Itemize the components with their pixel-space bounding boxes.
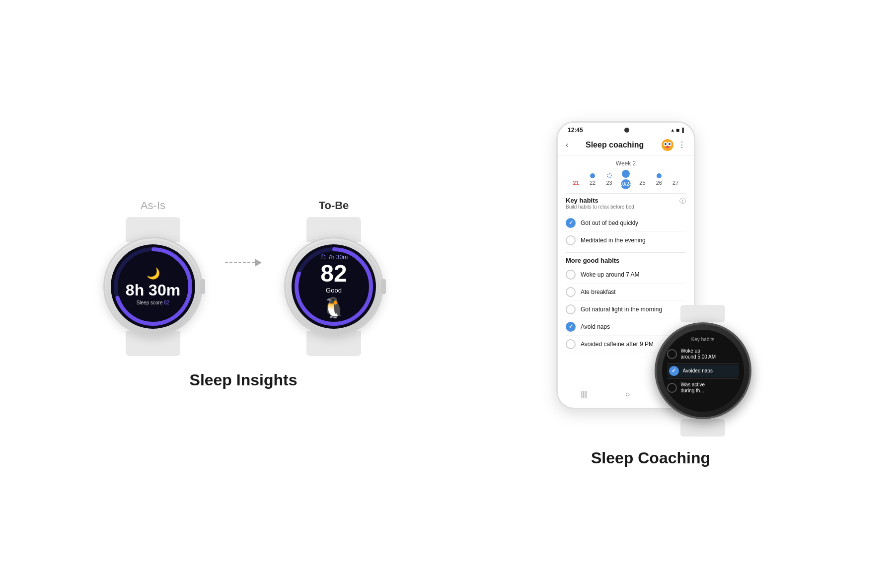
- more-habit-check-1: [566, 270, 576, 280]
- more-habit-text-2: Ate breakfast: [581, 289, 616, 295]
- phone-camera: [624, 128, 629, 133]
- swatch-divider-2: [667, 378, 739, 379]
- nav-menu-icon[interactable]: |||: [581, 390, 587, 399]
- phone-header: ‹ Sleep coaching ⋮: [558, 136, 694, 156]
- header-right: ⋮: [661, 139, 686, 151]
- owl-icon: [661, 139, 674, 151]
- asis-watch-wrapper: As-Is 🌙: [96, 199, 210, 351]
- cal-num-27: 27: [672, 180, 678, 186]
- svg-point-7: [665, 143, 667, 145]
- swatch-check-3: [667, 383, 677, 393]
- phone-status-icons: ▲ ◼ ▐: [670, 128, 684, 133]
- tobe-watch-screen: ⏱ 7h 30m 82 Good 🐧: [292, 244, 376, 329]
- cal-dot-25: [640, 173, 645, 178]
- cal-dot-27: [673, 173, 678, 178]
- swatch-item-2[interactable]: Avoided naps: [667, 365, 739, 377]
- tobe-watch-case: ⏱ 7h 30m 82 Good 🐧: [284, 237, 383, 336]
- phone-status-bar: 12:45 ▲ ◼ ▐: [558, 123, 694, 136]
- tobe-label: To-Be: [319, 199, 349, 212]
- dashed-arrow: [225, 259, 262, 267]
- more-habits-title: More good habits: [566, 257, 686, 264]
- swatch-item-1[interactable]: Woke uparound 5:00 AM: [667, 346, 739, 362]
- svg-point-4: [662, 139, 673, 151]
- h-unit: h: [135, 281, 145, 299]
- swatch-strap-top: [680, 305, 725, 322]
- cal-num-22: 22: [590, 180, 596, 186]
- habit-text-2: Meditated in the evening: [581, 237, 646, 244]
- cal-dot-1024: [622, 170, 630, 178]
- asis-watch-content: 🌙 8h 30m Sleep score 82: [126, 267, 180, 305]
- swatch-strap-bottom: [680, 419, 725, 437]
- section-divider-1: [566, 193, 686, 194]
- more-habit-check-2: [566, 287, 576, 297]
- habit-item-1[interactable]: Got out of bed quickly: [566, 215, 686, 232]
- habit-check-2: [566, 235, 576, 245]
- dashed-line: [225, 262, 255, 263]
- svg-point-9: [666, 146, 670, 148]
- m-unit: m: [166, 281, 180, 299]
- more-habit-text-1: Woke up around 7 AM: [581, 271, 640, 278]
- arrow-head: [255, 259, 262, 267]
- arrow-container: [225, 259, 262, 292]
- more-habit-check-4: [566, 322, 576, 332]
- swatch-screen: Key habits Woke uparound 5:00 AM Avoided…: [662, 330, 744, 412]
- cal-num-21: 21: [573, 180, 579, 186]
- cal-day-27[interactable]: 27: [668, 173, 684, 186]
- smartwatch-overlay: Key habits Woke uparound 5:00 AM Avoided…: [651, 305, 755, 409]
- phone-header-title: Sleep coaching: [586, 141, 644, 149]
- phone-time: 12:45: [568, 127, 583, 134]
- week-label: Week 2: [566, 156, 686, 170]
- cal-day-22[interactable]: 22: [584, 173, 600, 186]
- tobe-duration: ⏱ 7h 30m: [320, 253, 348, 261]
- penguin-icon: 🐧: [321, 296, 346, 319]
- info-icon[interactable]: ⓘ: [679, 197, 686, 206]
- more-habit-text-3: Got natural light in the morning: [581, 306, 662, 313]
- calendar-row: 21 22 23 10/24: [566, 170, 686, 189]
- key-habits-subtitle: Build habits to relax before bed: [566, 204, 634, 210]
- cal-dot-22: [590, 173, 595, 178]
- more-habit-1[interactable]: Woke up around 7 AM: [566, 266, 686, 284]
- back-arrow-icon[interactable]: ‹: [566, 141, 568, 149]
- tobe-watch: ⏱ 7h 30m 82 Good 🐧: [277, 217, 391, 351]
- swatch-text-2: Avoided naps: [683, 368, 713, 374]
- cal-day-23[interactable]: 23: [601, 173, 617, 186]
- more-habit-check-5: [566, 339, 576, 349]
- swatch-case: Key habits Woke uparound 5:00 AM Avoided…: [655, 322, 751, 419]
- more-options-icon[interactable]: ⋮: [678, 140, 686, 149]
- cal-day-25[interactable]: 25: [634, 173, 651, 186]
- asis-watch: 🌙 8h 30m Sleep score 82: [96, 217, 210, 351]
- swatch-text-3: Was activeduring th...: [681, 382, 705, 394]
- cal-day-21[interactable]: 21: [568, 173, 584, 186]
- asis-watch-crown: [200, 279, 205, 294]
- cal-dot-26: [657, 173, 662, 178]
- more-habit-text-4: Avoid naps: [581, 323, 610, 330]
- swatch-check-1: [667, 349, 677, 359]
- cal-dot-23: [607, 173, 612, 178]
- devices-container: 12:45 ▲ ◼ ▐ ‹ Sleep coaching: [546, 121, 755, 429]
- watches-row: As-Is 🌙: [96, 199, 391, 351]
- asis-sleep-score: Sleep score 82: [137, 300, 170, 305]
- sleep-insights-section: As-Is 🌙: [40, 199, 447, 389]
- tobe-score: 82: [320, 262, 347, 286]
- cal-day-26[interactable]: 26: [651, 173, 667, 186]
- swatch-text-1: Woke uparound 5:00 AM: [681, 348, 716, 360]
- tobe-watch-content: ⏱ 7h 30m 82 Good 🐧: [320, 253, 348, 319]
- key-habits-title: Key habits: [566, 197, 634, 204]
- cal-num-25: 25: [639, 180, 645, 186]
- nav-home-icon[interactable]: ○: [625, 390, 630, 399]
- asis-label: As-Is: [141, 199, 165, 212]
- swatch-item-3[interactable]: Was activeduring th...: [667, 380, 739, 396]
- sleep-coaching-title: Sleep Coaching: [591, 449, 710, 467]
- more-habit-2[interactable]: Ate breakfast: [566, 284, 686, 301]
- sleep-coaching-section: 12:45 ▲ ◼ ▐ ‹ Sleep coaching: [447, 121, 854, 467]
- section-divider-2: [566, 252, 686, 253]
- sleep-insights-title: Sleep Insights: [190, 371, 298, 389]
- asis-sleep-time: 8h 30m: [126, 282, 180, 298]
- svg-point-8: [669, 143, 670, 145]
- cal-day-1024[interactable]: 10/24: [617, 170, 634, 189]
- habit-item-2[interactable]: Meditated in the evening: [566, 232, 686, 249]
- cal-num-1024: 10/24: [621, 179, 631, 189]
- cal-dot-21: [574, 173, 579, 178]
- more-habit-text-5: Avoided caffeine after 9 PM: [581, 341, 654, 348]
- moon-icon: 🌙: [147, 267, 160, 280]
